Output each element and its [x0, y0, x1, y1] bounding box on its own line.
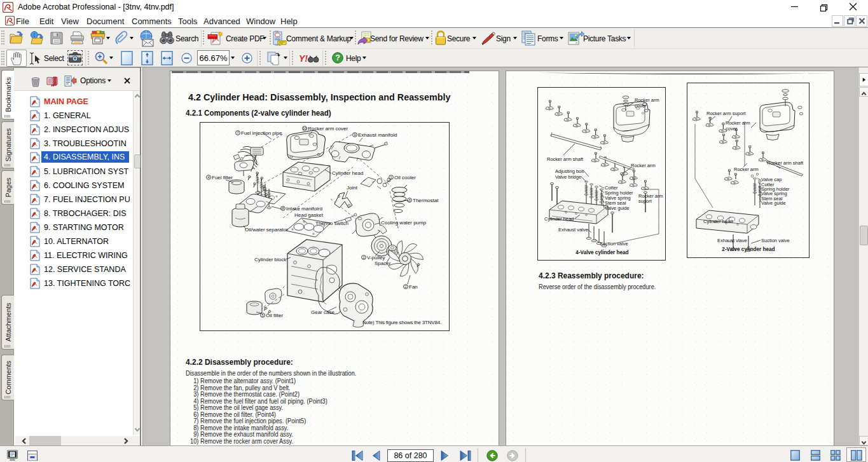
svg-text:Oil filter: Oil filter — [266, 313, 283, 318]
svg-text:2: 2 — [362, 255, 364, 259]
svg-text:Cylinder head: Cylinder head — [703, 219, 733, 224]
svg-text:?: ? — [335, 53, 340, 62]
svg-text:Rocker arm: Rocker arm — [631, 163, 656, 168]
svg-text:2: 2 — [404, 285, 406, 289]
svg-text:1: 1 — [390, 175, 392, 179]
svg-text:Valve guide: Valve guide — [761, 200, 786, 206]
svg-text:Exhaust valve: Exhaust valve — [558, 227, 588, 233]
svg-text:V-pulley: V-pulley — [367, 255, 385, 261]
svg-text:Gear case: Gear case — [311, 309, 334, 315]
svg-text:Head gasket: Head gasket — [294, 212, 324, 218]
svg-text:Rocker arm shaft: Rocker arm shaft — [767, 160, 804, 166]
svg-text:9: 9 — [354, 133, 355, 137]
svg-text:2-Valve cylinder head: 2-Valve cylinder head — [722, 247, 775, 252]
svg-text:Cylinder block: Cylinder block — [254, 257, 287, 262]
svg-text:Rocker arm: Rocker arm — [726, 120, 750, 126]
svg-text:Cooling water pump: Cooling water pump — [381, 220, 427, 226]
svg-text:Cylinder head: Cylinder head — [332, 170, 363, 176]
svg-text:Spacer: Spacer — [375, 261, 391, 266]
svg-text:Oil cooler: Oil cooler — [394, 175, 416, 180]
svg-text:Fuel filter: Fuel filter — [212, 175, 233, 180]
svg-text:Thermostat: Thermostat — [413, 198, 439, 203]
svg-text:Rocker arm: Rocker arm — [734, 166, 759, 172]
svg-text:suport: suport — [638, 198, 652, 204]
svg-text:Valve guide: Valve guide — [605, 205, 630, 211]
svg-text:Intake manifolrd: Intake manifolrd — [286, 206, 322, 212]
svg-text:cover: cover — [726, 126, 738, 132]
svg-text:8: 8 — [282, 207, 284, 210]
svg-text:Valve bridge: Valve bridge — [555, 174, 581, 180]
svg-text:5: 5 — [261, 313, 263, 317]
svg-text:Fuel injection pipe: Fuel injection pipe — [241, 130, 282, 136]
svg-text:cover: cover — [635, 103, 647, 109]
svg-text:Suction valve: Suction valve — [761, 238, 790, 243]
svg-text:Suction valve: Suction valve — [600, 241, 628, 247]
svg-text:Cylinder head: Cylinder head — [544, 216, 574, 222]
svg-text:Rocker arm suport: Rocker arm suport — [706, 111, 747, 116]
svg-text:Rocker arm: Rocker arm — [635, 97, 659, 103]
svg-text:Fan: Fan — [409, 284, 418, 290]
svg-text:Joint: Joint — [347, 185, 358, 191]
svg-text:Thermo switch: Thermo switch — [315, 221, 348, 226]
svg-text:Rocker arm shaft: Rocker arm shaft — [547, 156, 584, 162]
svg-text:Rocker arm cover: Rocker arm cover — [308, 126, 348, 132]
svg-text:Exhaust manifold: Exhaust manifold — [358, 132, 397, 138]
svg-text:10: 10 — [303, 126, 307, 130]
svg-text:4: 4 — [207, 175, 209, 179]
svg-text:3: 3 — [408, 198, 410, 202]
svg-text:Note) This figure shows the 3T: Note) This figure shows the 3TNV84. — [362, 320, 441, 325]
svg-text:Adjusting bolt: Adjusting bolt — [555, 168, 584, 174]
svg-text:7: 7 — [237, 131, 238, 135]
svg-text:4-Valve cylinder head: 4-Valve cylinder head — [575, 250, 628, 255]
svg-text:Oil/water separator: Oil/water separator — [245, 227, 288, 233]
